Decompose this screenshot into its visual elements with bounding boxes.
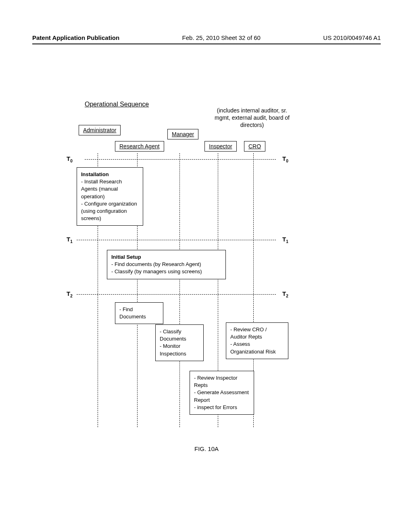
box-installation-line1: - Install Research Agents (manual operat… <box>81 178 139 200</box>
role-administrator: Administrator <box>79 125 121 135</box>
box-review-inspector: - Review Inspector Repts - Generate Asse… <box>190 371 254 415</box>
box-classify-line1: - Classify Documents <box>160 328 199 343</box>
header-left: Patent Application Publication <box>32 34 119 41</box>
time-line-t0 <box>85 159 276 160</box>
time-line-t2 <box>77 294 276 295</box>
role-research-agent: Research Agent <box>115 141 164 152</box>
time-line-t1 <box>77 240 276 240</box>
lifeline-manager <box>179 153 180 427</box>
box-find-documents-line1: - Find Documents <box>119 306 159 320</box>
diagram-canvas: Operational Sequence (includes internal … <box>32 48 381 451</box>
cro-note: (includes internal auditor, sr. mgmt, ex… <box>214 107 290 129</box>
box-installation-line2: - Configure organization (using configur… <box>81 200 139 222</box>
box-review-inspector-line1: - Review Inspector Repts <box>194 374 250 389</box>
box-installation: Installation - Install Research Agents (… <box>77 167 143 226</box>
time-label-t2-left: T2 <box>67 290 73 298</box>
diagram-title: Operational Sequence <box>85 101 149 108</box>
box-initial-setup-line1: - Find documents (by Research Agent) <box>111 261 221 268</box>
header-center: Feb. 25, 2010 Sheet 32 of 60 <box>182 34 261 41</box>
box-initial-setup-title: Initial Setup <box>111 254 221 261</box>
box-installation-title: Installation <box>81 171 139 178</box>
box-review-cro-line1: - Review CRO / Auditor Repts <box>230 326 284 341</box>
time-label-t0-left: T0 <box>67 155 73 163</box>
time-label-t1-right: T1 <box>282 236 288 244</box>
page-header: Patent Application Publication Feb. 25, … <box>32 34 381 44</box>
role-manager: Manager <box>167 129 198 139</box>
time-label-t1-left: T1 <box>67 236 73 244</box>
header-right: US 2010/0049746 A1 <box>323 34 381 41</box>
box-classify-documents: - Classify Documents - Monitor Inspectio… <box>155 324 204 361</box>
box-initial-setup-line2: - Classify (by managers using screens) <box>111 268 221 275</box>
lifelines: T0 T0 Installation - Install Research Ag… <box>32 153 381 427</box>
box-review-inspector-line2: - Generate Assessment Report <box>194 389 250 403</box>
time-label-t2-right: T2 <box>282 290 288 298</box>
role-cro: CRO <box>244 141 265 152</box>
box-find-documents: - Find Documents <box>115 302 163 324</box>
box-review-cro-line2: - Assess Organizational Risk <box>230 341 284 355</box>
box-classify-line2: - Monitor Inspections <box>160 343 199 357</box>
time-label-t0-right: T0 <box>282 155 288 163</box>
role-inspector: Inspector <box>204 141 237 152</box>
box-initial-setup: Initial Setup - Find documents (by Resea… <box>107 250 226 279</box>
figure-label: FIG. 10A <box>194 445 219 452</box>
box-review-cro: - Review CRO / Auditor Repts - Assess Or… <box>226 322 288 359</box>
box-review-inspector-line3: - inspect for Errors <box>194 404 250 411</box>
